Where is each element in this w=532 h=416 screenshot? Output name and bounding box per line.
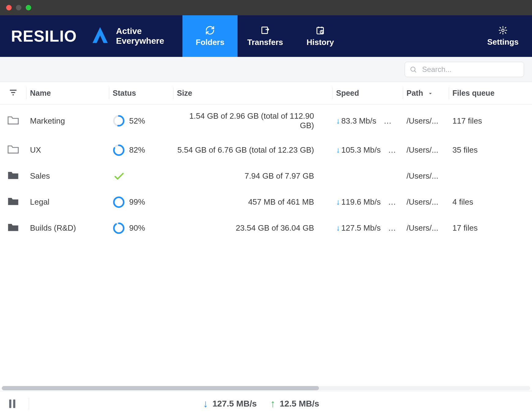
folder-path: /Users/... [403, 137, 449, 163]
speed-value: 83.3 Mb/s [341, 116, 376, 125]
filter-button[interactable] [0, 82, 26, 105]
folder-status: 90% [109, 215, 173, 241]
horizontal-scrollbar[interactable] [0, 385, 532, 391]
folder-status [109, 163, 173, 189]
svg-rect-0 [262, 27, 268, 33]
settings-button[interactable]: Settings [474, 15, 532, 57]
search-input[interactable] [405, 62, 524, 77]
col-status[interactable]: Status [109, 82, 173, 105]
folder-solid-icon [7, 222, 19, 232]
window-zoom-button[interactable] [26, 5, 31, 10]
col-name[interactable]: Name [26, 82, 109, 105]
tab-folders-label: Folders [196, 38, 224, 47]
folder-name: Sales [26, 163, 109, 189]
svg-rect-6 [11, 92, 15, 93]
folder-path: /Users/... [403, 105, 449, 137]
filter-icon [9, 89, 17, 96]
tab-transfers[interactable]: Transfers [238, 15, 293, 57]
folder-name: Marketing [26, 105, 109, 137]
status-label: 82% [129, 145, 145, 155]
progress-ring-icon [113, 196, 125, 208]
settings-label: Settings [487, 37, 519, 47]
window-titlebar [0, 0, 532, 15]
sync-icon [205, 25, 215, 35]
upload-arrow-icon: ↑ [270, 398, 275, 410]
folder-path: /Users/... [403, 215, 449, 241]
folder-path: /Users/... [403, 189, 449, 215]
folder-outline-icon [7, 115, 19, 125]
folder-solid-icon [7, 170, 19, 180]
folder-queue [449, 163, 532, 189]
folder-queue: 117 files [449, 105, 532, 137]
col-speed[interactable]: Speed [332, 82, 403, 105]
folder-speed: ↓83.3 Mb/s… [332, 105, 403, 137]
col-size[interactable]: Size [173, 82, 332, 105]
col-path[interactable]: Path [403, 82, 449, 105]
folder-size: 23.54 GB of 36.04 GB [173, 215, 332, 241]
folder-queue: 4 files [449, 189, 532, 215]
progress-ring-icon [113, 144, 125, 156]
tab-history-label: History [306, 38, 334, 47]
table-row[interactable]: Builds (R&D)90%23.54 GB of 36.04 GB↓127.… [0, 215, 532, 241]
progress-ring-icon [113, 115, 125, 127]
brand-logo: Active Everywhere [89, 25, 164, 47]
folder-size: 5.54 GB of 6.76 GB (total of 12.23 GB) [173, 137, 332, 163]
progress-ring-icon [113, 222, 125, 234]
table-row[interactable]: Legal99%457 MB of 461 MB↓119.6 Mb/s…/Use… [0, 189, 532, 215]
folder-icon-cell [0, 215, 26, 241]
nav-tabs: Folders Transfers History [182, 15, 348, 57]
window-close-button[interactable] [6, 5, 12, 10]
folder-queue: 35 files [449, 137, 532, 163]
search-box [405, 62, 524, 77]
brand-tagline-line1: Active [116, 26, 164, 36]
separator [29, 398, 29, 410]
folder-icon-cell [0, 105, 26, 137]
top-nav: RESILIO Active Everywhere Folders [0, 15, 532, 57]
folders-table: Name Status Size Speed Path Files queue … [0, 82, 532, 241]
table-row[interactable]: UX82%5.54 GB of 6.76 GB (total of 12.23 … [0, 137, 532, 163]
upload-speed-value: 12.5 MB/s [280, 399, 319, 409]
folder-speed: ↓119.6 Mb/s… [332, 189, 403, 215]
status-label: 99% [129, 197, 145, 207]
status-bar: ↓ 127.5 MB/s ↑ 12.5 MB/s [0, 391, 532, 416]
table-row[interactable]: Sales7.94 GB of 7.97 GB/Users/... [0, 163, 532, 189]
tab-transfers-label: Transfers [247, 38, 283, 47]
folder-status: 82% [109, 137, 173, 163]
row-menu-button[interactable]: … [388, 223, 396, 232]
gear-icon [498, 26, 508, 35]
search-icon [410, 66, 417, 73]
col-queue[interactable]: Files queue [449, 82, 532, 105]
pause-button[interactable] [9, 399, 15, 408]
svg-rect-7 [13, 95, 14, 95]
folder-size: 457 MB of 461 MB [173, 189, 332, 215]
download-arrow-icon: ↓ [336, 116, 340, 125]
download-arrow-icon: ↓ [336, 223, 340, 232]
brand-tagline: Active Everywhere [116, 26, 164, 46]
folder-speed: ↓127.5 Mb/s… [332, 215, 403, 241]
status-label: 52% [129, 116, 145, 126]
folder-status: 52% [109, 105, 173, 137]
upload-speed: ↑ 12.5 MB/s [270, 398, 319, 410]
download-arrow-icon: ↓ [336, 197, 340, 206]
download-speed: ↓ 127.5 MB/s [203, 398, 257, 410]
folder-icon-cell [0, 137, 26, 163]
folder-size: 7.94 GB of 7.97 GB [173, 163, 332, 189]
brand-mark-icon [89, 25, 111, 47]
chevron-down-icon [428, 91, 433, 96]
checkmark-icon [113, 170, 125, 182]
table-row[interactable]: Marketing52%1.54 GB of 2.96 GB (total of… [0, 105, 532, 137]
tab-history[interactable]: History [293, 15, 348, 57]
folders-table-wrap: Name Status Size Speed Path Files queue … [0, 82, 532, 385]
row-menu-button[interactable]: … [388, 197, 396, 206]
svg-point-4 [411, 67, 415, 71]
row-menu-button[interactable]: … [384, 116, 392, 125]
row-menu-button[interactable]: … [388, 145, 396, 154]
speed-value: 119.6 Mb/s [341, 197, 381, 206]
download-speed-value: 127.5 MB/s [212, 399, 257, 409]
tab-folders[interactable]: Folders [182, 15, 238, 57]
window-minimize-button[interactable] [16, 5, 21, 10]
folder-icon-cell [0, 163, 26, 189]
brand-block: RESILIO Active Everywhere [0, 15, 182, 57]
status-label: 90% [129, 223, 145, 233]
folder-name: Builds (R&D) [26, 215, 109, 241]
